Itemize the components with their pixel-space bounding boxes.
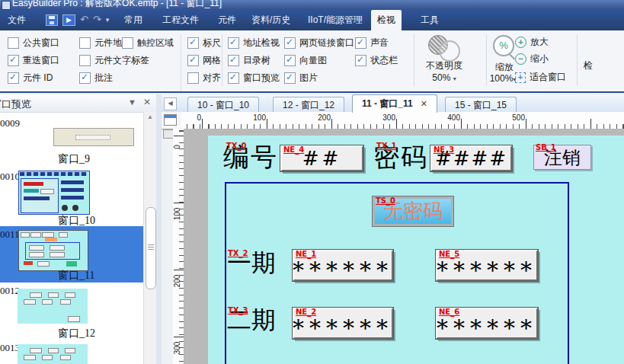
design-canvas-window-11[interactable]: 编号 TX_0 ## NE_4 密码 TX_1 #### NE_3 <box>208 136 624 364</box>
thumbnail-detail <box>29 252 44 257</box>
thumbnail-detail <box>24 189 39 193</box>
checkbox-box[interactable] <box>228 37 239 49</box>
window-thumbnail[interactable] <box>18 171 90 215</box>
thumbnail-detail <box>72 205 78 211</box>
checkbox-sound[interactable]: 声音 <box>355 37 389 49</box>
checkbox-box[interactable] <box>8 72 19 84</box>
menu-iiot-energy[interactable]: IIoT/能源管理 <box>302 10 369 30</box>
checkbox-touch-area[interactable]: 触控区域 <box>122 37 174 49</box>
checkbox-box[interactable] <box>8 55 19 66</box>
ribbon-separator <box>181 34 181 86</box>
tab-window-11[interactable]: 11 - 窗口_11✕ <box>352 94 437 113</box>
checkbox-box[interactable] <box>187 55 199 66</box>
zoom-icon[interactable]: % <box>491 35 517 61</box>
checkbox-box[interactable] <box>79 72 91 84</box>
thumbnail-detail <box>61 196 84 200</box>
scrollbar-thumb[interactable] <box>146 207 156 289</box>
menu-view[interactable]: 检视 <box>371 10 402 30</box>
checkbox-ruler[interactable]: 标尺 <box>187 37 221 49</box>
export-icon[interactable]: ▶ <box>62 14 75 26</box>
password-input-ne1[interactable]: ****** NE_1 <box>293 250 393 281</box>
window-properties-icon[interactable] <box>164 114 177 126</box>
tab-scroll-left-button[interactable]: ◀ <box>164 97 177 110</box>
checkbox-box[interactable] <box>284 55 296 66</box>
menu-file[interactable]: 文件 <box>2 10 32 30</box>
ruler-number: 300 <box>376 113 395 122</box>
vertical-ruler: 0 100 200 300 <box>173 129 184 364</box>
checkbox-picture[interactable]: 图片 <box>284 72 318 85</box>
checkbox-window-preview[interactable]: 窗口预览 <box>228 72 280 85</box>
checkbox-box[interactable] <box>8 37 19 49</box>
panel-splitter[interactable] <box>156 94 162 364</box>
thumbnail-detail <box>61 180 84 184</box>
zoom-out-button[interactable]: − 缩小 <box>515 53 549 65</box>
panel-scrollbar[interactable]: ▲ <box>143 112 156 364</box>
password-input-ne6[interactable]: ****** NE_6 <box>436 308 538 339</box>
checkbox-box[interactable] <box>228 55 239 66</box>
tab-close-icon[interactable]: ✕ <box>421 99 427 108</box>
checkbox-box[interactable] <box>284 37 296 49</box>
checkbox-box[interactable] <box>79 37 91 49</box>
menu-object[interactable]: 元件 <box>212 10 242 30</box>
checkbox-box[interactable] <box>355 37 366 49</box>
redo-icon[interactable]: ↷ <box>93 14 101 25</box>
window-thumbnail[interactable] <box>18 289 88 324</box>
numeric-input-ne3[interactable]: #### NE_3 <box>430 145 512 171</box>
thumbnail-detail <box>40 189 54 194</box>
checkbox-object-text-label[interactable]: 元件文字标签 <box>79 54 149 67</box>
thumbnail-detail <box>48 292 59 298</box>
opacity-value[interactable]: 50% ▾ <box>419 72 469 83</box>
no-password-button[interactable]: 无密码 TS_0 <box>373 196 453 226</box>
menu-home[interactable]: 常用 <box>118 10 149 30</box>
opacity-icon[interactable] <box>427 35 462 59</box>
checkbox-box[interactable] <box>284 72 296 84</box>
menu-data-history[interactable]: 资料/历史 <box>245 10 296 30</box>
checkbox-box[interactable] <box>187 72 199 84</box>
checkbox-public-window[interactable]: 公共窗口 <box>8 37 59 49</box>
checkbox-weblink-window[interactable]: 网页链接窗口 <box>284 37 354 49</box>
window-number: 0009 <box>0 117 20 129</box>
checkbox-box[interactable] <box>79 55 91 66</box>
checkbox-snap[interactable]: 对齐 <box>187 72 221 85</box>
ruler-corner <box>162 112 181 129</box>
checkbox-overlapped-window[interactable]: 重迭窗口 <box>8 54 59 67</box>
undo-icon[interactable]: ↶ <box>80 14 88 25</box>
numeric-input-ne4[interactable]: ## NE_4 <box>280 145 363 171</box>
checkbox-grid[interactable]: 网格 <box>187 54 221 67</box>
password-input-ne5[interactable]: ****** NE_5 <box>436 250 538 281</box>
save-icon[interactable] <box>46 14 58 26</box>
checkbox-box[interactable] <box>355 55 366 66</box>
grid-toggle-icon[interactable] <box>163 129 174 139</box>
thumbnail-detail <box>45 238 57 241</box>
main-area: 窗口预览 ▼ ✕ 0009 窗口_9 0010 <box>0 91 624 364</box>
panel-dropdown-icon[interactable]: ▼ <box>128 97 136 107</box>
checkbox-object-id[interactable]: 元件 ID <box>8 72 53 85</box>
checkbox-status-bar[interactable]: 状态栏 <box>355 54 398 67</box>
checkbox-comment[interactable]: 批注 <box>79 72 113 85</box>
tab-window-15[interactable]: 15 - 窗口_15 <box>445 97 517 113</box>
scroll-up-icon[interactable]: ▲ <box>144 113 156 120</box>
checkbox-box[interactable] <box>228 72 239 84</box>
menu-bar: 文件 ▶ ↶ ↷ ▾ 常用 工程文件 元件 资料/历史 IIoT/能源管理 检视… <box>0 10 624 30</box>
menu-tool[interactable]: 工具 <box>414 10 445 30</box>
tab-window-10[interactable]: 10 - 窗口_10 <box>187 97 259 113</box>
checkbox-box[interactable] <box>187 37 199 49</box>
window-thumbnail[interactable] <box>53 128 134 146</box>
window-number: 0010 <box>0 171 20 183</box>
window-thumbnail[interactable] <box>18 230 88 271</box>
menu-project[interactable]: 工程文件 <box>156 10 205 30</box>
checkbox-directory-tree[interactable]: 目录树 <box>228 54 270 67</box>
window-thumbnail[interactable] <box>18 344 88 364</box>
qat-dropdown-icon[interactable]: ▾ <box>106 16 110 24</box>
checkbox-label: 元件 ID <box>23 72 53 85</box>
checkbox-address-view[interactable]: 地址检视 <box>228 37 280 49</box>
password-input-ne2[interactable]: ****** NE_2 <box>293 308 393 339</box>
tab-window-12[interactable]: 12 - 窗口_12 <box>273 97 344 113</box>
zoom-in-button[interactable]: + 放大 <box>515 36 549 49</box>
logout-button[interactable]: 注销 SB_1 <box>533 145 591 170</box>
checkbox-vector-graphics[interactable]: 向量图 <box>284 54 327 67</box>
panel-close-icon[interactable]: ✕ <box>143 97 151 107</box>
checkbox-label: 目录树 <box>243 54 270 67</box>
checkbox-box[interactable] <box>122 37 133 49</box>
fit-window-button[interactable]: + 适合窗口 <box>515 71 566 84</box>
